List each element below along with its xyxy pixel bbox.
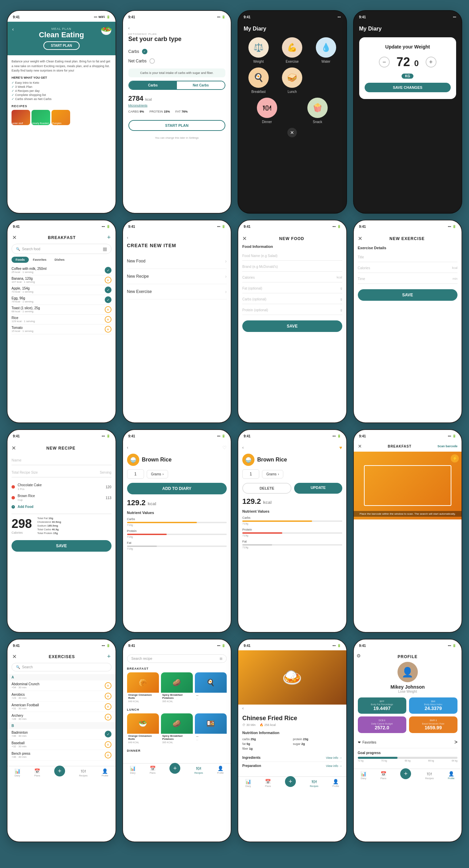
- nav-recipes[interactable]: 🍽Recipes: [310, 779, 318, 787]
- add-exercise-button[interactable]: +: [105, 741, 111, 748]
- add-nav-button[interactable]: +: [285, 776, 296, 787]
- close-button[interactable]: ✕: [12, 653, 17, 660]
- food-check[interactable]: ✓: [105, 296, 111, 303]
- save-button[interactable]: SAVE: [358, 289, 458, 301]
- food-check[interactable]: ✓: [105, 287, 111, 293]
- add-exercise-button[interactable]: +: [105, 693, 111, 699]
- quantity-input[interactable]: 1: [242, 469, 259, 479]
- breakfast-item[interactable]: 🍳 Breakfast: [244, 67, 273, 94]
- view-info-link[interactable]: View info →: [326, 756, 342, 760]
- favorites-row[interactable]: ❤ Favorites >: [358, 736, 458, 748]
- nav-diary[interactable]: 📊Diary: [361, 771, 366, 780]
- close-button[interactable]: ✕: [12, 234, 17, 241]
- start-plan-button[interactable]: START PLAN: [43, 41, 80, 50]
- scan-barcode-link[interactable]: Scan barcode: [437, 445, 457, 448]
- flash-icon[interactable]: ⚡: [451, 454, 459, 462]
- food-add-button[interactable]: +: [105, 326, 111, 333]
- exercise-search[interactable]: 🔍 Search: [12, 663, 111, 671]
- exercise-item[interactable]: 💪 Exercise: [278, 37, 307, 63]
- recipe-card[interactable]: 🍳 ... ...: [195, 672, 227, 704]
- close-button[interactable]: ✕: [287, 128, 297, 137]
- back-button[interactable]: ‹: [238, 705, 346, 711]
- nav-plans[interactable]: 📅Plans: [265, 779, 271, 787]
- lunch-item[interactable]: 🥪 Lunch: [278, 67, 307, 94]
- carbs-radio-checked[interactable]: [142, 49, 147, 54]
- title-field[interactable]: Title: [358, 253, 458, 262]
- save-changes-button[interactable]: SAVE CHANGES: [365, 83, 451, 92]
- snack-item[interactable]: 🍿 Snack: [294, 98, 341, 124]
- nav-recipes[interactable]: 🍽Recipes: [425, 771, 434, 780]
- fat-field[interactable]: Fat (optional) g: [242, 284, 342, 293]
- food-add-button[interactable]: +: [105, 277, 111, 283]
- tab-dishes[interactable]: Dishes: [50, 257, 69, 263]
- nav-plans[interactable]: 📅Plans: [34, 768, 40, 777]
- tab-foods[interactable]: Foods: [12, 257, 29, 263]
- nav-recipes[interactable]: 🍽Recipes: [79, 768, 87, 777]
- nav-diary[interactable]: 📊Diary: [130, 766, 136, 774]
- search-box[interactable]: 🔍 Search food ▦: [12, 244, 111, 254]
- add-exercise-button[interactable]: +: [105, 682, 111, 689]
- carbs-option[interactable]: Carbs: [123, 47, 231, 56]
- prep-view-link[interactable]: View info →: [326, 764, 342, 768]
- recipe-thumb-3[interactable]: Pumpkin: [52, 110, 70, 125]
- increment-button[interactable]: +: [426, 57, 436, 67]
- add-food-item[interactable]: + Add Food: [12, 503, 111, 510]
- brand-field[interactable]: Brand (e.g McDonald's): [242, 262, 342, 272]
- add-exercise-button[interactable]: +: [107, 653, 111, 660]
- carbs-field[interactable]: Carbs (optional) g: [242, 295, 342, 304]
- net-carbs-option[interactable]: Net Carbs: [123, 56, 231, 66]
- recipe-card[interactable]: 🥔 Spicy Breakfast Potatoes 395 KCAL: [161, 713, 193, 745]
- save-button[interactable]: SAVE: [12, 540, 111, 552]
- back-button[interactable]: ‹: [242, 445, 244, 450]
- close-button[interactable]: ✕: [242, 235, 247, 242]
- delete-button[interactable]: DELETE: [242, 483, 291, 494]
- recipe-card[interactable]: 🥐 Orange Cinnamon Rolls 849 KCAL: [127, 672, 159, 704]
- tab-favorites[interactable]: Favorites: [29, 257, 50, 263]
- close-button[interactable]: ✕: [358, 235, 362, 242]
- net-carbs-radio[interactable]: [149, 58, 155, 64]
- back-button[interactable]: ‹: [128, 26, 226, 31]
- nav-diary[interactable]: 📊Diary: [245, 779, 251, 787]
- add-exercise-button[interactable]: +: [105, 752, 111, 758]
- protein-field[interactable]: Protein (optional) g: [242, 305, 342, 315]
- close-button[interactable]: ✕: [358, 443, 362, 449]
- recipe-card[interactable]: 🥗 Orange Cinnamon Rolls 849 KCAL: [127, 713, 159, 745]
- back-button[interactable]: ‹: [127, 445, 128, 450]
- water-item[interactable]: 💧 Water: [311, 37, 341, 63]
- nav-profile[interactable]: 👤Profile: [448, 771, 454, 780]
- back-button[interactable]: ‹: [127, 235, 227, 240]
- nav-recipes[interactable]: 🍽Recipes: [195, 766, 203, 774]
- recipe-card[interactable]: 🥔 Spicy Breakfast Potatoes 395 KCAL: [161, 672, 193, 704]
- back-button[interactable]: ‹: [12, 26, 14, 32]
- update-button[interactable]: UPDATE: [294, 483, 342, 494]
- settings-icon[interactable]: ⚙: [356, 653, 361, 658]
- add-button[interactable]: +: [107, 234, 111, 241]
- heart-filled-icon[interactable]: ♥: [339, 445, 342, 450]
- recipe-card[interactable]: 🍱 ... ...: [195, 713, 227, 745]
- add-exercise-button[interactable]: +: [105, 703, 111, 710]
- nav-diary[interactable]: 📊Diary: [15, 768, 20, 777]
- calories-field[interactable]: Calories kcal: [242, 273, 342, 282]
- nav-profile[interactable]: 👤Profile: [332, 779, 339, 787]
- add-nav-button[interactable]: +: [400, 768, 411, 779]
- toggle-carbs[interactable]: Carbs: [129, 81, 177, 89]
- nav-profile[interactable]: 👤Profile: [217, 766, 224, 774]
- toggle-net-carbs[interactable]: Net Carbs: [177, 81, 225, 89]
- start-plan-button[interactable]: START PLAN: [128, 120, 226, 131]
- barcode-icon[interactable]: ▦: [103, 246, 107, 252]
- new-recipe-option[interactable]: New Recipe ›: [127, 269, 227, 284]
- food-add-button[interactable]: +: [105, 316, 111, 323]
- nav-plans[interactable]: 📅Plans: [381, 771, 387, 780]
- decrement-button[interactable]: −: [379, 57, 390, 67]
- weight-item[interactable]: ⚖️ Weight: [244, 37, 273, 63]
- food-add-button[interactable]: +: [105, 306, 111, 313]
- time-field[interactable]: Time min: [358, 274, 458, 284]
- recipe-name-field[interactable]: Name: [12, 455, 111, 465]
- quantity-input[interactable]: 1: [127, 469, 144, 479]
- add-exercise-button[interactable]: +: [105, 714, 111, 721]
- save-button[interactable]: SAVE: [242, 320, 342, 332]
- recipe-search[interactable]: Search recipe ⊞: [127, 654, 227, 663]
- food-check[interactable]: ✓: [105, 267, 111, 274]
- recipe-thumb-2[interactable]: Hearty Roasted: [32, 110, 50, 125]
- add-nav-button[interactable]: +: [54, 766, 65, 776]
